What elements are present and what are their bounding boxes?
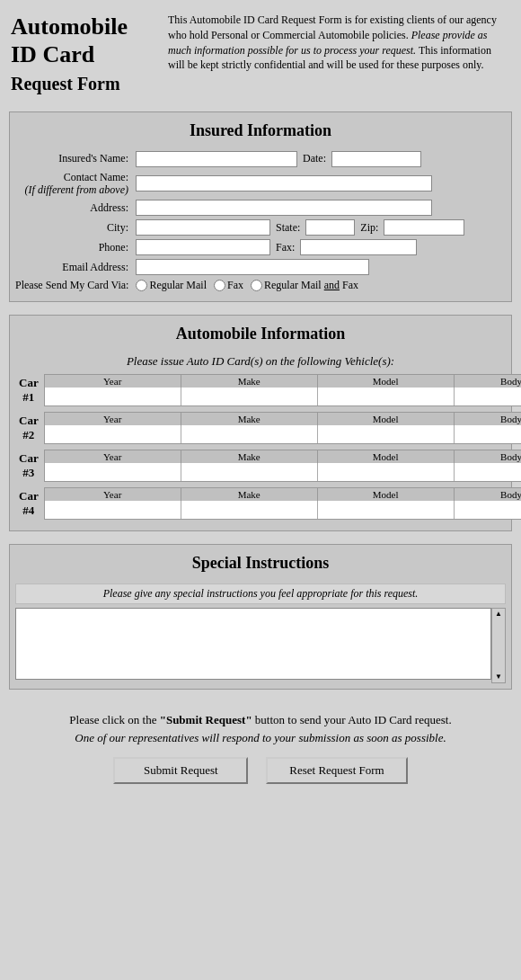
car-3-model[interactable]: [318, 463, 455, 481]
car-3-body-type[interactable]: [455, 463, 521, 481]
col-year-header-2: Year: [45, 413, 181, 425]
car-4-body-type[interactable]: [455, 501, 521, 519]
car-1-body-type[interactable]: [455, 388, 521, 405]
car-3-headers: Year Make Model Body Type Vehicle ID# (V…: [45, 450, 521, 463]
zip-label: Zip:: [360, 221, 378, 235]
footer-line1: Please click on the "Submit Request" but…: [13, 711, 508, 729]
contact-name-input[interactable]: [136, 175, 432, 192]
app-title: Automobile ID Card Request Form: [11, 13, 155, 97]
radio-both-text: Regular Mail and Fax: [264, 279, 358, 292]
col-year-header-4: Year: [45, 488, 181, 501]
insured-name-row: Insured's Name: Date:: [15, 151, 506, 167]
scroll-up-arrow[interactable]: ▲: [493, 609, 504, 619]
phone-label: Phone:: [15, 241, 132, 254]
car-1-headers: Year Make Model Body Type Vehicle ID# (V…: [45, 375, 521, 388]
phone-input[interactable]: [136, 239, 270, 255]
radio-fax-text: Fax: [227, 279, 243, 292]
insured-name-label: Insured's Name:: [15, 152, 132, 165]
car-1-label: Car#1: [15, 374, 42, 406]
car-2-make[interactable]: [181, 425, 318, 443]
insured-name-input[interactable]: [136, 151, 297, 167]
header: Automobile ID Card Request Form This Aut…: [9, 9, 512, 101]
special-instructions-textarea[interactable]: [15, 608, 491, 680]
car-4-headers: Year Make Model Body Type Vehicle ID# (V…: [45, 488, 521, 501]
car-1-inputs: [45, 388, 521, 405]
car-1-row: Car#1 Year Make Model Body Type Vehicle …: [15, 374, 506, 406]
col-body-type-header-3: Body Type: [455, 450, 521, 463]
auto-info-note: Please issue Auto ID Card(s) on the foll…: [15, 354, 506, 369]
email-input[interactable]: [136, 259, 369, 275]
footer: Please click on the "Submit Request" but…: [9, 702, 512, 793]
auto-section-title: Automobile Information: [15, 321, 506, 347]
state-input[interactable]: [305, 219, 355, 236]
radio-regular-mail-and-fax-label[interactable]: Regular Mail and Fax: [251, 279, 358, 292]
insured-information-section: Insured Information Insured's Name: Date…: [9, 111, 512, 303]
special-instructions-title: Special Instructions: [15, 550, 506, 576]
fax-input[interactable]: [300, 239, 417, 255]
state-label: State:: [276, 221, 300, 235]
send-via-radio-group: Regular Mail Fax Regular Mail and Fax: [136, 279, 358, 292]
email-label: Email Address:: [15, 261, 132, 274]
col-model-header-3: Model: [318, 450, 455, 463]
car-3-make[interactable]: [181, 463, 318, 481]
radio-regular-mail[interactable]: [136, 280, 147, 291]
car-1-year[interactable]: [45, 388, 181, 405]
fax-label: Fax:: [276, 241, 295, 254]
car-2-inputs: [45, 425, 521, 443]
contact-name-label: Contact Name: (If different from above): [15, 171, 132, 197]
col-make-header: Make: [181, 375, 318, 388]
car-2-body-type[interactable]: [455, 425, 521, 443]
car-3-inputs: [45, 463, 521, 481]
car-3-fields: Year Make Model Body Type Vehicle ID# (V…: [44, 450, 521, 482]
car-4-row: Car#4 Year Make Model Body Type Vehicle …: [15, 487, 506, 520]
car-2-year[interactable]: [45, 425, 181, 443]
radio-both[interactable]: [251, 280, 262, 291]
city-label: City:: [15, 221, 132, 235]
col-model-header-4: Model: [318, 488, 455, 501]
car-2-headers: Year Make Model Body Type Vehicle ID# (V…: [45, 413, 521, 425]
col-model-header-2: Model: [318, 413, 455, 425]
radio-fax[interactable]: [214, 280, 225, 291]
submit-button[interactable]: Submit Request: [113, 757, 248, 784]
col-body-type-header-2: Body Type: [455, 413, 521, 425]
send-via-label: Please Send My Card Via:: [15, 279, 132, 292]
phone-fax-row: Phone: Fax:: [15, 239, 506, 255]
car-2-row: Car#2 Year Make Model Body Type Vehicle …: [15, 412, 506, 444]
header-description: This Automobile ID Card Request Form is …: [168, 13, 510, 97]
col-body-type-header-4: Body Type: [455, 488, 521, 501]
special-instructions-section: Special Instructions Please give any spe…: [9, 544, 512, 690]
car-1-make[interactable]: [181, 388, 318, 405]
car-4-fields: Year Make Model Body Type Vehicle ID# (V…: [44, 487, 521, 520]
reset-button[interactable]: Reset Request Form: [266, 757, 407, 784]
radio-fax-label[interactable]: Fax: [214, 279, 243, 292]
col-make-header-4: Make: [181, 488, 318, 501]
car-4-make[interactable]: [181, 501, 318, 519]
send-via-row: Please Send My Card Via: Regular Mail Fa…: [15, 279, 506, 292]
special-instructions-wrapper: ▲ ▼: [15, 608, 506, 683]
car-1-fields: Year Make Model Body Type Vehicle ID# (V…: [44, 374, 521, 406]
scrollbar[interactable]: ▲ ▼: [491, 608, 506, 683]
address-input[interactable]: [136, 200, 432, 216]
address-row: Address:: [15, 200, 506, 216]
car-1-model[interactable]: [318, 388, 455, 405]
car-3-label: Car#3: [15, 450, 42, 482]
car-3-row: Car#3 Year Make Model Body Type Vehicle …: [15, 450, 506, 482]
footer-line2: One of our representatives will respond …: [13, 729, 508, 747]
city-input[interactable]: [136, 219, 270, 236]
zip-input[interactable]: [384, 219, 464, 236]
automobile-information-section: Automobile Information Please issue Auto…: [9, 315, 512, 531]
car-4-inputs: [45, 501, 521, 519]
radio-regular-mail-label[interactable]: Regular Mail: [136, 279, 207, 292]
car-4-year[interactable]: [45, 501, 181, 519]
col-model-header: Model: [318, 375, 455, 388]
address-label: Address:: [15, 201, 132, 215]
city-state-zip-row: City: State: Zip:: [15, 219, 506, 236]
car-4-model[interactable]: [318, 501, 455, 519]
col-year-header-3: Year: [45, 450, 181, 463]
car-3-year[interactable]: [45, 463, 181, 481]
car-2-model[interactable]: [318, 425, 455, 443]
date-label: Date:: [303, 152, 326, 165]
date-input[interactable]: [331, 151, 421, 167]
car-2-label: Car#2: [15, 412, 42, 444]
scroll-down-arrow[interactable]: ▼: [493, 672, 504, 682]
